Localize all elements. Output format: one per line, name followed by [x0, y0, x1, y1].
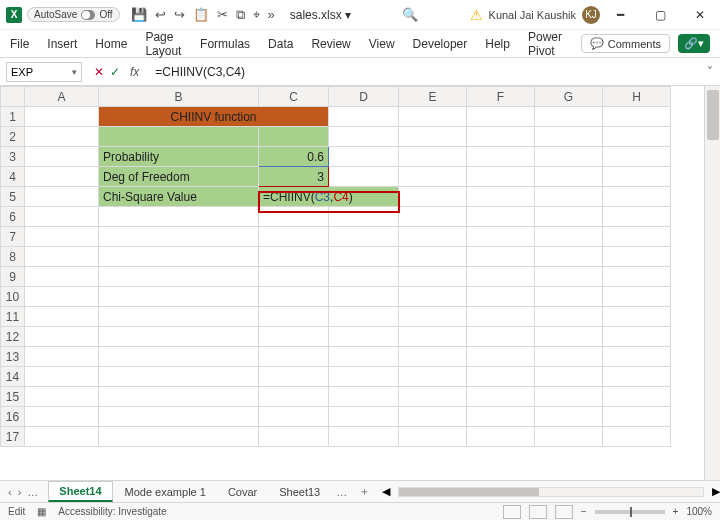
row-header-13[interactable]: 13 — [1, 347, 25, 367]
cell-A8[interactable] — [25, 247, 99, 267]
cell-E1[interactable] — [399, 107, 467, 127]
cell-A17[interactable] — [25, 427, 99, 447]
formula-input[interactable]: =CHIINV(C3,C4) — [149, 65, 700, 79]
file-name[interactable]: sales.xlsx ▾ — [290, 8, 351, 22]
cell-D8[interactable] — [329, 247, 399, 267]
cell-D15[interactable] — [329, 387, 399, 407]
row-header-17[interactable]: 17 — [1, 427, 25, 447]
cell-H12[interactable] — [603, 327, 671, 347]
cell-E11[interactable] — [399, 307, 467, 327]
zoom-out-icon[interactable]: − — [581, 506, 587, 517]
cell-E14[interactable] — [399, 367, 467, 387]
cell-A14[interactable] — [25, 367, 99, 387]
cell-D16[interactable] — [329, 407, 399, 427]
tab-scroll-left-icon[interactable]: ◀ — [382, 485, 390, 498]
cell-A11[interactable] — [25, 307, 99, 327]
redo-icon[interactable]: ↪ — [174, 7, 185, 22]
cell-E16[interactable] — [399, 407, 467, 427]
col-header-B[interactable]: B — [99, 87, 259, 107]
row-header-4[interactable]: 4 — [1, 167, 25, 187]
cell-H17[interactable] — [603, 427, 671, 447]
cell-B12[interactable] — [99, 327, 259, 347]
tab-scroll-right-icon[interactable]: ▶ — [712, 485, 720, 498]
cell-F9[interactable] — [467, 267, 535, 287]
cell-G5[interactable] — [535, 187, 603, 207]
sheet-tab-3[interactable]: Sheet13 — [269, 483, 330, 501]
cell-A5[interactable] — [25, 187, 99, 207]
cell-H15[interactable] — [603, 387, 671, 407]
cell-E9[interactable] — [399, 267, 467, 287]
cut-icon[interactable]: ✂ — [217, 7, 228, 22]
cell-C4[interactable]: 3 — [259, 167, 329, 187]
cell-A10[interactable] — [25, 287, 99, 307]
tab-data[interactable]: Data — [268, 32, 293, 56]
cell-G4[interactable] — [535, 167, 603, 187]
cell-E3[interactable] — [399, 147, 467, 167]
vertical-scroll-thumb[interactable] — [707, 90, 719, 140]
cell-E10[interactable] — [399, 287, 467, 307]
row-header-15[interactable]: 15 — [1, 387, 25, 407]
cell-B1-title[interactable]: CHIINV function — [99, 107, 329, 127]
cell-C3[interactable]: 0.6 — [259, 147, 329, 167]
cell-F4[interactable] — [467, 167, 535, 187]
cell-A7[interactable] — [25, 227, 99, 247]
share-button[interactable]: 🔗▾ — [678, 34, 710, 53]
cell-A4[interactable] — [25, 167, 99, 187]
comments-button[interactable]: 💬 Comments — [581, 34, 670, 53]
cell-A2[interactable] — [25, 127, 99, 147]
cell-D4[interactable] — [329, 167, 399, 187]
row-header-10[interactable]: 10 — [1, 287, 25, 307]
cell-A9[interactable] — [25, 267, 99, 287]
cell-D14[interactable] — [329, 367, 399, 387]
col-header-G[interactable]: G — [535, 87, 603, 107]
qat-overflow-icon[interactable]: » — [268, 7, 275, 22]
cell-H3[interactable] — [603, 147, 671, 167]
cancel-formula-icon[interactable]: ✕ — [94, 65, 104, 79]
cell-D13[interactable] — [329, 347, 399, 367]
cell-F13[interactable] — [467, 347, 535, 367]
cell-G12[interactable] — [535, 327, 603, 347]
enter-formula-icon[interactable]: ✓ — [110, 65, 120, 79]
cell-G14[interactable] — [535, 367, 603, 387]
close-button[interactable]: ✕ — [680, 0, 720, 30]
cell-H14[interactable] — [603, 367, 671, 387]
cell-C13[interactable] — [259, 347, 329, 367]
view-page-break-icon[interactable] — [555, 505, 573, 519]
row-header-1[interactable]: 1 — [1, 107, 25, 127]
cell-F10[interactable] — [467, 287, 535, 307]
cell-E6[interactable] — [399, 207, 467, 227]
cell-C15[interactable] — [259, 387, 329, 407]
copy-icon[interactable]: ⧉ — [236, 7, 245, 23]
cell-C9[interactable] — [259, 267, 329, 287]
cell-E2[interactable] — [399, 127, 467, 147]
cell-A13[interactable] — [25, 347, 99, 367]
cell-F6[interactable] — [467, 207, 535, 227]
cell-A12[interactable] — [25, 327, 99, 347]
vertical-scrollbar[interactable] — [704, 86, 720, 480]
cell-B8[interactable] — [99, 247, 259, 267]
cell-F14[interactable] — [467, 367, 535, 387]
cell-G9[interactable] — [535, 267, 603, 287]
cell-G8[interactable] — [535, 247, 603, 267]
cell-D1[interactable] — [329, 107, 399, 127]
col-header-A[interactable]: A — [25, 87, 99, 107]
cell-D12[interactable] — [329, 327, 399, 347]
cell-H7[interactable] — [603, 227, 671, 247]
cell-F3[interactable] — [467, 147, 535, 167]
row-header-8[interactable]: 8 — [1, 247, 25, 267]
autosave-toggle[interactable]: AutoSave Off — [27, 7, 120, 22]
touch-mode-icon[interactable]: ⌖ — [253, 7, 260, 23]
cell-B13[interactable] — [99, 347, 259, 367]
cell-A6[interactable] — [25, 207, 99, 227]
cell-H2[interactable] — [603, 127, 671, 147]
zoom-slider[interactable] — [595, 510, 665, 514]
tab-developer[interactable]: Developer — [413, 32, 468, 56]
sheet-tab-1[interactable]: Mode example 1 — [115, 483, 216, 501]
cell-E4[interactable] — [399, 167, 467, 187]
cell-H11[interactable] — [603, 307, 671, 327]
cell-B3[interactable]: Probability — [99, 147, 259, 167]
cell-G6[interactable] — [535, 207, 603, 227]
cell-B11[interactable] — [99, 307, 259, 327]
row-header-14[interactable]: 14 — [1, 367, 25, 387]
name-box-dropdown-icon[interactable]: ▾ — [72, 67, 77, 77]
